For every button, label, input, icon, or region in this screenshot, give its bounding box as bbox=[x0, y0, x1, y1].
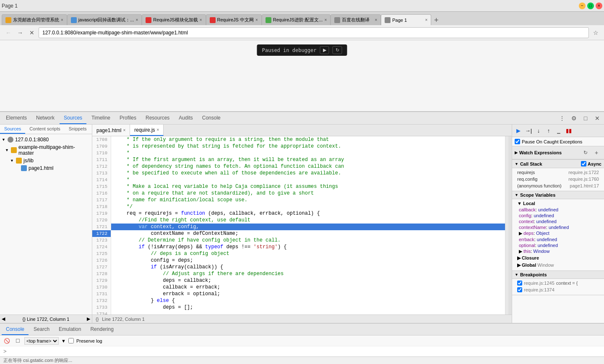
console-clear-button[interactable]: 🚫 bbox=[3, 337, 11, 345]
preserve-log-checkbox[interactable] bbox=[68, 338, 74, 343]
pause-on-caught-checkbox[interactable] bbox=[515, 139, 520, 144]
ln-1731: 1731 bbox=[92, 291, 111, 297]
console-tab-rendering[interactable]: Rendering bbox=[86, 324, 117, 335]
dock-button[interactable]: ⋮ bbox=[557, 113, 567, 123]
watch-expressions-header[interactable]: ▶ Watch Expressions ↻ + bbox=[512, 146, 604, 159]
browser-tab-3[interactable]: RequireJS模块化加载 × bbox=[142, 14, 206, 25]
pause-on-exception-button[interactable]: ▮▮ bbox=[564, 126, 573, 135]
browser-tab-5[interactable]: RequireJS进阶:配置文... × bbox=[262, 14, 331, 25]
tab-console[interactable]: Console bbox=[198, 112, 225, 124]
tree-item-jslib[interactable]: ▼ js/lib bbox=[0, 157, 92, 164]
scope-closure-group[interactable]: ▶ Closure bbox=[515, 255, 601, 262]
tab-close-3[interactable]: × bbox=[200, 18, 202, 22]
resume-debugger-button[interactable]: ▶ bbox=[514, 126, 523, 135]
address-bar[interactable] bbox=[39, 27, 589, 38]
step-into-button[interactable]: ↓ bbox=[534, 126, 543, 135]
call-stack-item-0[interactable]: requirejs require.js:1722 bbox=[515, 169, 601, 176]
console-tab-console[interactable]: Console bbox=[2, 324, 29, 335]
new-tab-button[interactable]: + bbox=[431, 15, 441, 25]
tree-item-project[interactable]: ▼ example-multipage-shim-master bbox=[0, 143, 92, 157]
reload-button[interactable]: ✕ bbox=[27, 28, 37, 38]
bookmark-button[interactable]: ☆ bbox=[591, 28, 601, 38]
tree-item-root[interactable]: ▼ 127.0.0.1:8080 bbox=[0, 136, 92, 143]
back-button[interactable]: ← bbox=[3, 28, 13, 38]
breakpoints-header[interactable]: ▼ Breakpoints bbox=[512, 271, 604, 279]
tab-close-4[interactable]: × bbox=[255, 18, 258, 22]
nav-left-button[interactable]: ◀ bbox=[2, 316, 5, 322]
browser-tab-4[interactable]: RequireJS 中文网 × bbox=[206, 14, 262, 25]
resume-button-banner[interactable]: ▶ bbox=[320, 46, 329, 54]
console-filter-button[interactable]: ☐ bbox=[13, 337, 22, 345]
tab-sources[interactable]: Sources bbox=[60, 112, 86, 124]
step-out-button[interactable]: ↑ bbox=[544, 126, 553, 135]
tab-elements[interactable]: Elements bbox=[2, 112, 31, 124]
tab-favicon-6 bbox=[334, 17, 340, 23]
ln-1730: 1730 bbox=[92, 284, 111, 291]
ln-1721: 1721 bbox=[92, 224, 111, 230]
console-tab-search[interactable]: Search bbox=[29, 324, 54, 335]
bp-checkbox-1[interactable] bbox=[517, 287, 522, 292]
tab-profiles[interactable]: Profiles bbox=[115, 112, 141, 124]
paused-banner: Paused in debugger ▶ ↻ bbox=[257, 44, 347, 56]
minimize-button[interactable]: − bbox=[579, 3, 586, 9]
console-frame-select[interactable]: <top frame> bbox=[24, 337, 59, 345]
tab-close-2[interactable]: × bbox=[135, 18, 138, 22]
scope-local-group[interactable]: ▼ Local bbox=[515, 200, 601, 207]
tab-close-1[interactable]: × bbox=[61, 18, 63, 22]
bp-checkbox-0[interactable] bbox=[517, 281, 522, 286]
tab-close-5[interactable]: × bbox=[324, 18, 327, 22]
tab-audits[interactable]: Audits bbox=[174, 112, 197, 124]
scope-variables-header[interactable]: ▼ Scope Variables bbox=[512, 191, 604, 199]
code-tab-page1html[interactable]: page1.html × bbox=[92, 125, 130, 136]
code-tab-close-requirejs[interactable]: × bbox=[157, 127, 159, 132]
pause-on-caught-row: Pause On Caught Exceptions bbox=[512, 137, 604, 146]
code-tab-close-page1html[interactable]: × bbox=[123, 128, 125, 133]
step-over-button-banner[interactable]: ↻ bbox=[333, 46, 342, 54]
call-stack-item-2[interactable]: (anonymous function) page1.html:17 bbox=[515, 182, 601, 189]
devtools-tabbar: Elements Network Sources Timeline Profil… bbox=[0, 112, 604, 125]
call-stack-item-1[interactable]: req.config require.js:1760 bbox=[515, 176, 601, 182]
code-content[interactable]: * If the only argument to require is a s… bbox=[111, 136, 505, 315]
forward-button[interactable]: → bbox=[15, 28, 25, 38]
console-input-row: > bbox=[0, 346, 604, 356]
watch-add-button[interactable]: + bbox=[591, 148, 601, 158]
browser-tab-7[interactable]: Page 1 × bbox=[381, 14, 431, 25]
sidebar-tab-snippets[interactable]: Snippets bbox=[65, 125, 91, 134]
tree-item-page1html[interactable]: page1.html bbox=[0, 164, 92, 172]
maximize-button[interactable]: □ bbox=[587, 3, 594, 9]
scope-item-this: ▶ this: Window bbox=[515, 248, 601, 255]
browser-tab-2[interactable]: javascript回掉函数调试：... × bbox=[67, 14, 142, 25]
tab-close-6[interactable]: × bbox=[375, 18, 377, 22]
tab-timeline[interactable]: Timeline bbox=[87, 112, 115, 124]
sidebar-tab-content-scripts[interactable]: Content scripts bbox=[25, 125, 64, 134]
async-checkbox[interactable] bbox=[581, 161, 586, 166]
call-stack-header[interactable]: ▼ Call Stack Async bbox=[512, 160, 604, 168]
scope-item-deps[interactable]: ▶ deps: Object bbox=[515, 230, 601, 237]
scope-global-group[interactable]: ▶ Global Window bbox=[515, 262, 601, 269]
breakpoints-content: require.js:1245 context = { require.js:1… bbox=[512, 279, 604, 295]
deactivate-breakpoints-button[interactable]: ⎯ bbox=[554, 126, 563, 135]
frame-arrow-icon: ▼ bbox=[61, 338, 66, 343]
console-tab-emulation[interactable]: Emulation bbox=[55, 324, 85, 335]
tab-close-7[interactable]: × bbox=[425, 18, 427, 22]
tab-network[interactable]: Network bbox=[32, 112, 59, 124]
console-input[interactable] bbox=[8, 348, 601, 354]
step-over-button[interactable]: →| bbox=[524, 126, 533, 135]
watch-refresh-button[interactable]: ↻ bbox=[581, 148, 591, 158]
close-devtools-button[interactable]: ✕ bbox=[592, 113, 602, 123]
scrollbar-vertical[interactable] bbox=[508, 136, 512, 315]
code-tab-requirejs[interactable]: require.js × bbox=[130, 125, 164, 136]
tab-label-4: RequireJS 中文网 bbox=[217, 17, 254, 23]
browser-tab-6[interactable]: 百度在线翻译 × bbox=[331, 14, 381, 25]
sidebar-tab-sources[interactable]: Sources bbox=[0, 125, 25, 134]
close-button[interactable]: × bbox=[596, 3, 602, 9]
code-line-1710: * bbox=[111, 150, 505, 156]
fullscreen-button[interactable]: □ bbox=[581, 113, 591, 123]
settings-button[interactable]: ⚙ bbox=[569, 113, 579, 123]
console-prompt-icon: > bbox=[3, 348, 7, 354]
tab-resources[interactable]: Resources bbox=[141, 112, 174, 124]
ln-1719: 1719 bbox=[92, 210, 111, 217]
nav-right-button[interactable]: ▶ bbox=[87, 316, 90, 322]
code-area[interactable]: 1708 1709 1710 1711 1712 1713 1714 1715 … bbox=[92, 136, 512, 315]
browser-tab-1[interactable]: 东莞邮政合同管理系统 × bbox=[2, 14, 67, 25]
